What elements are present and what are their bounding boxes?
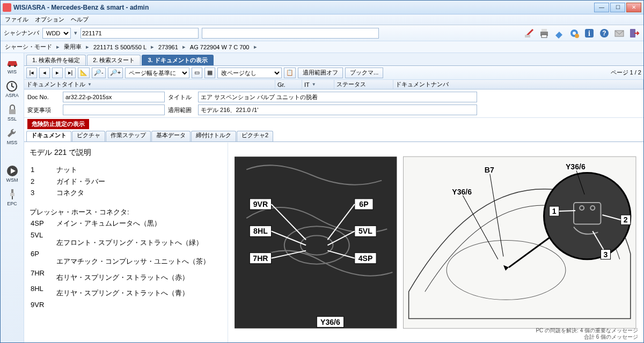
- bc-cartype[interactable]: 乗用車: [64, 43, 82, 51]
- page-break-select[interactable]: 改ページなし: [217, 68, 282, 78]
- legend-table-1: 1ナット 2ガイド・ラバー 3コネクタ: [30, 163, 106, 199]
- svg-text:Y36/6: Y36/6: [320, 318, 340, 326]
- svg-text:B7: B7: [485, 166, 494, 174]
- menu-help[interactable]: ヘルプ: [71, 16, 89, 24]
- document-text-pane[interactable]: モデル 221 で説明 1ナット 2ガイド・ラバー 3コネクタ プレッシャ・ホー…: [24, 143, 228, 342]
- zoom-mode-select[interactable]: ページ幅を基準に: [125, 68, 189, 78]
- sidebar-item-wsm[interactable]: WSM: [6, 165, 19, 183]
- svg-rect-0: [525, 35, 530, 38]
- delete-icon[interactable]: [523, 27, 535, 39]
- settings-icon[interactable]: [568, 27, 580, 39]
- car-icon: [6, 56, 19, 69]
- svg-text:6P: 6P: [359, 200, 368, 208]
- col-gr[interactable]: Gr.: [275, 80, 302, 89]
- menu-file[interactable]: ファイル: [5, 16, 28, 24]
- tool-zoomout-icon[interactable]: 🔎-: [92, 68, 106, 78]
- svg-text:?: ?: [602, 29, 606, 37]
- tool-page-multi-icon[interactable]: ▦: [204, 68, 215, 78]
- svg-text:9VR: 9VR: [253, 200, 268, 208]
- sidebar-item-wis[interactable]: WIS: [6, 56, 19, 74]
- sidebar-item-mss[interactable]: MSS: [6, 127, 19, 145]
- bc-model[interactable]: 221171 S 500/550 L: [93, 44, 147, 50]
- svg-text:2: 2: [624, 215, 628, 224]
- tool-ruler-icon[interactable]: 📐: [78, 68, 90, 78]
- result-columns: ドキュメントタイトル Gr. IT ステータス ドキュメントナンバ: [24, 80, 643, 90]
- doctab-basedata[interactable]: 基本データ: [151, 131, 191, 141]
- col-title[interactable]: ドキュメントタイトル: [24, 80, 275, 89]
- doctab-worksteps[interactable]: 作業ステップ: [106, 131, 151, 141]
- eraser-icon[interactable]: [553, 27, 565, 39]
- nav-prev-button[interactable]: ◂: [39, 68, 50, 78]
- col-docno[interactable]: ドキュメントナンバ: [393, 80, 643, 89]
- app-icon: [3, 3, 11, 12]
- chassis-number-input[interactable]: [80, 28, 199, 39]
- chassis-prefix-dropdown-icon[interactable]: ▾: [74, 29, 77, 36]
- svg-rect-16: [9, 109, 16, 114]
- close-button[interactable]: ✕: [626, 3, 641, 12]
- scope-off-button[interactable]: 適用範囲オフ: [298, 68, 343, 78]
- mail-icon[interactable]: [613, 27, 625, 39]
- doctab-picture2[interactable]: ピクチャ2: [237, 131, 273, 141]
- print-icon[interactable]: [538, 27, 550, 39]
- chassis-prefix-select[interactable]: WDD: [42, 28, 71, 39]
- bc-mode[interactable]: シャーシ・モード: [5, 43, 52, 51]
- bc-engine[interactable]: 273961: [158, 44, 178, 50]
- sidebar-label-epc: EPC: [7, 201, 17, 206]
- wrench-icon: [6, 127, 19, 140]
- help-icon[interactable]: ?: [598, 27, 610, 39]
- svg-text:7HR: 7HR: [253, 254, 268, 263]
- svg-text:4SP: 4SP: [358, 254, 373, 263]
- doctab-picture[interactable]: ピクチャ: [72, 131, 105, 141]
- svg-rect-2: [541, 29, 547, 32]
- top-search-input[interactable]: [202, 28, 379, 39]
- change-input[interactable]: [63, 105, 165, 115]
- info-icon[interactable]: i: [583, 27, 595, 39]
- tool-copy-icon[interactable]: 📋: [284, 68, 296, 78]
- step-2-tab[interactable]: 2. 検索スタート: [87, 55, 141, 65]
- chassis-label: シャシナンバ: [4, 29, 39, 37]
- document-figure-pane[interactable]: 9VR 8HL 7HR 6P 5VL 4SP Y36/6: [228, 143, 643, 342]
- svg-rect-19: [10, 193, 14, 196]
- menubar: ファイル オプション ヘルプ: [1, 14, 643, 25]
- svg-rect-20: [12, 196, 13, 199]
- menu-options[interactable]: オプション: [35, 16, 64, 24]
- title-label: タイトル: [168, 93, 195, 101]
- doc-heading: モデル 221 で説明: [30, 147, 222, 158]
- svg-point-14: [14, 65, 16, 67]
- document-area: モデル 221 で説明 1ナット 2ガイド・ラバー 3コネクタ プレッシャ・ホー…: [24, 142, 643, 342]
- maximize-button[interactable]: ☐: [610, 3, 625, 12]
- step-3-tab[interactable]: 3. ドキュメントの表示: [142, 55, 213, 65]
- sidebar-label-asra: ASRA: [5, 93, 19, 98]
- section2-heading: プレッシャ・ホース・コネクタ:: [30, 207, 222, 218]
- col-it[interactable]: IT: [302, 80, 334, 89]
- svg-rect-3: [541, 35, 547, 38]
- tool-zoomin-icon[interactable]: 🔎+: [108, 68, 123, 78]
- docno-input[interactable]: [63, 92, 165, 102]
- docno-label: Doc No.: [27, 94, 60, 100]
- exit-icon[interactable]: [628, 27, 640, 39]
- sidebar-label-mss: MSS: [7, 140, 18, 145]
- doctab-torque[interactable]: 締付けトルク: [191, 131, 236, 141]
- sidebar-label-wsm: WSM: [6, 177, 18, 183]
- step-1-tab[interactable]: 1. 検索条件を確定: [26, 55, 86, 65]
- change-label: 変更事項: [27, 106, 60, 114]
- doctab-document[interactable]: ドキュメント: [26, 131, 71, 141]
- svg-text:3: 3: [604, 250, 608, 259]
- minimize-button[interactable]: —: [594, 3, 609, 12]
- bookmark-button[interactable]: ブックマ...: [345, 68, 383, 78]
- danger-notice-tag[interactable]: 危険防止規定の表示: [27, 119, 89, 129]
- sidebar-item-epc[interactable]: EPC: [6, 188, 19, 206]
- nav-last-button[interactable]: ▸|: [65, 68, 76, 78]
- nav-next-button[interactable]: ▸: [52, 68, 63, 78]
- sidebar-item-ssl[interactable]: SSL: [6, 103, 19, 122]
- svg-text:i: i: [588, 29, 590, 38]
- col-status[interactable]: ステータス: [334, 80, 393, 89]
- sidebar-item-asra[interactable]: ASRA: [5, 80, 19, 98]
- document-tabs: ドキュメント ピクチャ 作業ステップ 基本データ 締付けトルク ピクチャ2: [24, 130, 643, 142]
- sparkplug-icon: [6, 188, 19, 201]
- tool-page-single-icon[interactable]: ▭: [192, 68, 202, 78]
- sidebar-label-wis: WIS: [8, 69, 17, 74]
- nav-first-button[interactable]: |◂: [26, 68, 37, 78]
- document-meta: Doc No. タイトル エア サスペンション バルブ ユニットの脱着 変更事項…: [24, 90, 643, 118]
- bc-trans[interactable]: AG 722904 W 7 C 700: [190, 44, 250, 50]
